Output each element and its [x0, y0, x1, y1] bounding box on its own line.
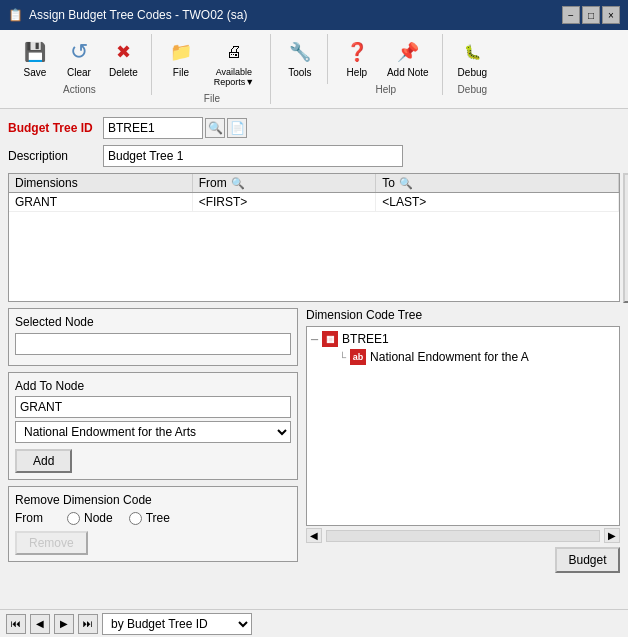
tree-horizontal-scrollbar[interactable]: [326, 530, 600, 542]
add-to-node-panel: Add To Node National Endowment for the A…: [8, 372, 298, 480]
reports-icon: 🖨: [220, 38, 248, 66]
browse-button[interactable]: 📄: [227, 118, 247, 138]
tree-child-label: National Endowment for the A: [370, 350, 529, 364]
budget-tree-id-input[interactable]: [103, 117, 203, 139]
assign-button[interactable]: Assign: [623, 173, 628, 303]
node-radio-label: Node: [67, 511, 113, 525]
add-to-node-title: Add To Node: [15, 379, 291, 393]
description-label: Description: [8, 149, 103, 163]
from-col-header: From 🔍: [193, 174, 377, 192]
delete-label: Delete: [109, 67, 138, 78]
debug-label: Debug: [458, 67, 487, 78]
tree-root-node: ─ ▦ BTREE1: [311, 331, 615, 347]
remove-from-label: From: [15, 511, 43, 525]
file-icon: 📁: [167, 38, 195, 66]
to-search-icon[interactable]: 🔍: [399, 177, 413, 190]
to-cell: <LAST>: [376, 193, 619, 211]
scroll-right-icon[interactable]: ▶: [604, 528, 620, 543]
delete-icon: ✖: [109, 38, 137, 66]
nav-prev-button[interactable]: ◀: [30, 614, 50, 634]
tools-icon: 🔧: [286, 38, 314, 66]
tree-child-node: └ ab National Endowment for the A: [339, 349, 615, 365]
available-reports-button[interactable]: 🖨 AvailableReports▼: [204, 34, 264, 91]
clear-icon: ↺: [65, 38, 93, 66]
bottom-section: Selected Node Add To Node National Endow…: [8, 308, 620, 573]
table-row: GRANT <FIRST> <LAST>: [9, 193, 619, 212]
help-button[interactable]: ❓ Help: [336, 34, 378, 82]
scroll-left-icon[interactable]: ◀: [306, 528, 322, 543]
debug-group-label: Debug: [458, 84, 487, 95]
grid-header: Dimensions From 🔍 To 🔍: [8, 173, 620, 192]
dimensions-col-header: Dimensions: [9, 174, 193, 192]
left-panels: Selected Node Add To Node National Endow…: [8, 308, 298, 573]
selected-node-title: Selected Node: [15, 315, 291, 329]
toolbar-actions-group: 💾 Save ↺ Clear ✖ Delete Actions: [8, 34, 152, 95]
selected-node-input[interactable]: [15, 333, 291, 355]
budget-tree-id-label: Budget Tree ID: [8, 121, 103, 135]
window-title: Assign Budget Tree Codes - TWO02 (sa): [29, 8, 248, 22]
title-bar: 📋 Assign Budget Tree Codes - TWO02 (sa) …: [0, 0, 628, 30]
remove-dimension-panel: Remove Dimension Code From Node Tree Rem…: [8, 486, 298, 562]
add-note-button[interactable]: 📌 Add Note: [380, 34, 436, 82]
save-icon: 💾: [21, 38, 49, 66]
clear-label: Clear: [67, 67, 91, 78]
file-group-label: File: [204, 93, 220, 104]
file-label: File: [173, 67, 189, 78]
toolbar-tools-group: 🔧 Tools: [273, 34, 328, 84]
nav-last-button[interactable]: ⏭: [78, 614, 98, 634]
addnote-icon: 📌: [394, 38, 422, 66]
tree-title: Dimension Code Tree: [306, 308, 620, 322]
minimize-button[interactable]: −: [562, 6, 580, 24]
help-icon: ❓: [343, 38, 371, 66]
tree-root-label: BTREE1: [342, 332, 389, 346]
close-button[interactable]: ×: [602, 6, 620, 24]
grant-input[interactable]: [15, 396, 291, 418]
debug-icon: 🐛: [458, 38, 486, 66]
dimensions-cell: GRANT: [9, 193, 193, 211]
delete-button[interactable]: ✖ Delete: [102, 34, 145, 82]
addnote-label: Add Note: [387, 67, 429, 78]
sort-dropdown[interactable]: by Budget Tree ID: [102, 613, 252, 635]
dimension-code-tree-panel: Dimension Code Tree ─ ▦ BTREE1 └ ab Nati…: [306, 308, 620, 573]
budget-tree-id-field: 🔍 📄: [103, 117, 247, 139]
actions-group-label: Actions: [63, 84, 96, 95]
to-col-header: To 🔍: [376, 174, 619, 192]
dimensions-grid-body[interactable]: GRANT <FIRST> <LAST>: [8, 192, 620, 302]
toolbar-debug-group: 🐛 Debug Debug: [445, 34, 500, 95]
search-button[interactable]: 🔍: [205, 118, 225, 138]
remove-dimension-title: Remove Dimension Code: [15, 493, 291, 507]
tree-radio[interactable]: [129, 512, 142, 525]
tree-child-icon: ab: [350, 349, 366, 365]
tree-collapse-icon[interactable]: ─: [311, 334, 318, 345]
description-input[interactable]: [103, 145, 403, 167]
clear-button[interactable]: ↺ Clear: [58, 34, 100, 82]
status-bar: ⏮ ◀ ▶ ⏭ by Budget Tree ID: [0, 609, 628, 637]
tools-label: Tools: [288, 67, 311, 78]
file-button[interactable]: 📁 File: [160, 34, 202, 91]
reports-label: AvailableReports▼: [214, 67, 254, 87]
save-button[interactable]: 💾 Save: [14, 34, 56, 82]
selected-node-panel: Selected Node: [8, 308, 298, 366]
node-dropdown-row: National Endowment for the Arts: [15, 421, 291, 443]
app-icon: 📋: [8, 8, 23, 22]
node-dropdown[interactable]: National Endowment for the Arts: [15, 421, 291, 443]
node-radio[interactable]: [67, 512, 80, 525]
nav-first-button[interactable]: ⏮: [6, 614, 26, 634]
add-button[interactable]: Add: [15, 449, 72, 473]
window-controls: − □ ×: [562, 6, 620, 24]
tree-body[interactable]: ─ ▦ BTREE1 └ ab National Endowment for t…: [306, 326, 620, 526]
main-content: Budget Tree ID 🔍 📄 Description Dimension…: [0, 109, 628, 581]
tree-root-icon: ▦: [322, 331, 338, 347]
toolbar-help-group: ❓ Help 📌 Add Note Help: [330, 34, 443, 95]
nav-next-button[interactable]: ▶: [54, 614, 74, 634]
debug-button[interactable]: 🐛 Debug: [451, 34, 494, 82]
help-group-label: Help: [375, 84, 396, 95]
from-search-icon[interactable]: 🔍: [231, 177, 245, 190]
remove-radio-row: From Node Tree: [15, 511, 291, 525]
remove-button[interactable]: Remove: [15, 531, 88, 555]
save-label: Save: [24, 67, 47, 78]
maximize-button[interactable]: □: [582, 6, 600, 24]
budget-button[interactable]: Budget: [555, 547, 620, 573]
tree-radio-label: Tree: [129, 511, 170, 525]
tools-button[interactable]: 🔧 Tools: [279, 34, 321, 82]
